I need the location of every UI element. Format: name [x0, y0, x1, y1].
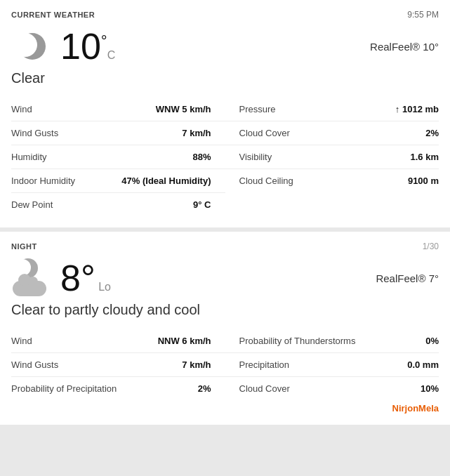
night-stat-prob-thunder-label: Probability of Thunderstorms — [239, 336, 356, 346]
night-stat-prob-precip-label: Probability of Precipitation — [11, 383, 117, 394]
stat-wind-label: Wind — [11, 104, 32, 114]
night-temp-lo: Lo — [95, 281, 111, 293]
current-realfeel: RealFeel® 10° — [370, 41, 439, 53]
night-main-row: 8° Lo RealFeel® 7° — [11, 257, 439, 299]
night-left-side: 8° Lo — [11, 257, 132, 299]
stat-dew-point-label: Dew Point — [11, 199, 53, 210]
current-stats-right: Pressure ↑ 1012 mb Cloud Cover 2% Visibi… — [225, 98, 439, 216]
stat-indoor-humidity-value: 47% (Ideal Humidity) — [121, 176, 211, 186]
stat-pressure: Pressure ↑ 1012 mb — [225, 98, 439, 121]
night-stat-precipitation: Precipitation 0.0 mm — [225, 353, 439, 377]
stat-humidity-value: 88% — [192, 152, 211, 162]
stat-humidity-label: Humidity — [11, 152, 47, 162]
night-stats-right: Probability of Thunderstorms 0% Precipit… — [225, 329, 439, 400]
current-main-row: 10°C RealFeel® 10° — [11, 25, 439, 67]
stat-dew-point-value: 9° C — [193, 199, 211, 210]
moon-icon — [19, 33, 46, 60]
temp-scale: C — [107, 49, 116, 61]
degree-symbol: ° — [101, 32, 107, 50]
stat-wind: Wind WNW 5 km/h — [11, 98, 225, 121]
current-condition: Clear — [11, 70, 439, 88]
night-stat-prob-precip-value: 2% — [198, 383, 211, 394]
stat-cloud-ceiling-value: 9100 m — [408, 176, 439, 186]
cloud-icon — [13, 281, 46, 296]
night-weather-icon — [11, 257, 53, 299]
current-weather-header: CURRENT WEATHER 9:55 PM — [11, 10, 439, 20]
stat-indoor-humidity: Indoor Humidity 47% (Ideal Humidity) — [11, 169, 225, 193]
stat-cloud-cover: Cloud Cover 2% — [225, 121, 439, 145]
night-stat-wind-value: NNW 6 km/h — [158, 336, 211, 346]
current-stats-grid: Wind WNW 5 km/h Wind Gusts 7 km/h Humidi… — [11, 98, 439, 216]
stat-visibility-value: 1.6 km — [411, 152, 439, 162]
night-stat-wind-gusts: Wind Gusts 7 km/h — [11, 353, 225, 377]
night-stat-prob-thunder-value: 0% — [425, 336, 439, 346]
stat-cloud-cover-value: 2% — [425, 128, 439, 138]
night-stat-wind: Wind NNW 6 km/h — [11, 329, 225, 353]
stat-wind-gusts-value: 7 km/h — [182, 128, 211, 138]
stat-visibility-label: Visibility — [239, 152, 272, 162]
stat-pressure-label: Pressure — [239, 104, 276, 114]
stat-dew-point: Dew Point 9° C — [11, 193, 225, 216]
stat-indoor-humidity-label: Indoor Humidity — [11, 176, 75, 186]
night-stat-precipitation-value: 0.0 mm — [407, 359, 439, 370]
night-stat-prob-thunder: Probability of Thunderstorms 0% — [225, 329, 439, 353]
night-realfeel: RealFeel® 7° — [376, 272, 439, 284]
moon-cloud-icon — [13, 258, 52, 298]
current-weather-label: CURRENT WEATHER — [11, 11, 95, 19]
current-stats-left: Wind WNW 5 km/h Wind Gusts 7 km/h Humidi… — [11, 98, 225, 216]
watermark: NirjonMela — [11, 403, 439, 414]
stat-cloud-ceiling-label: Cloud Ceiling — [239, 176, 293, 186]
night-condition: Clear to partly cloudy and cool — [11, 302, 439, 319]
night-stats-grid: Wind NNW 6 km/h Wind Gusts 7 km/h Probab… — [11, 329, 439, 400]
current-weather-time: 9:55 PM — [407, 10, 439, 20]
night-stat-cloud-cover-label: Cloud Cover — [239, 383, 290, 394]
night-stat-wind-gusts-value: 7 km/h — [182, 359, 211, 370]
night-stat-wind-label: Wind — [11, 336, 32, 346]
current-weather-icon — [11, 25, 53, 67]
night-stat-wind-gusts-label: Wind Gusts — [11, 359, 58, 370]
stat-wind-gusts-label: Wind Gusts — [11, 128, 58, 138]
night-weather-header: NIGHT 1/30 — [11, 242, 439, 251]
night-pagination: 1/30 — [423, 242, 439, 251]
stat-visibility: Visibility 1.6 km — [225, 145, 439, 169]
current-weather-card: CURRENT WEATHER 9:55 PM 10°C RealFeel® 1… — [0, 0, 450, 227]
night-weather-label: NIGHT — [11, 242, 37, 251]
night-stat-cloud-cover: Cloud Cover 10% — [225, 377, 439, 400]
stat-pressure-value: ↑ 1012 mb — [395, 104, 439, 114]
night-stat-prob-precip: Probability of Precipitation 2% — [11, 377, 225, 400]
stat-wind-gusts: Wind Gusts 7 km/h — [11, 121, 225, 145]
current-temperature: 10°C — [60, 25, 115, 67]
night-temperature: 8° Lo — [60, 257, 111, 299]
stat-cloud-cover-label: Cloud Cover — [239, 128, 290, 138]
current-left-side: 10°C — [11, 25, 136, 67]
night-weather-card: NIGHT 1/30 8° Lo RealFeel® 7° Clear to p… — [0, 232, 450, 425]
stat-cloud-ceiling: Cloud Ceiling 9100 m — [225, 169, 439, 192]
night-stat-precipitation-label: Precipitation — [239, 359, 290, 370]
stat-humidity: Humidity 88% — [11, 145, 225, 169]
night-stats-left: Wind NNW 6 km/h Wind Gusts 7 km/h Probab… — [11, 329, 225, 400]
stat-wind-value: WNW 5 km/h — [156, 104, 211, 114]
night-stat-cloud-cover-value: 10% — [421, 383, 439, 394]
